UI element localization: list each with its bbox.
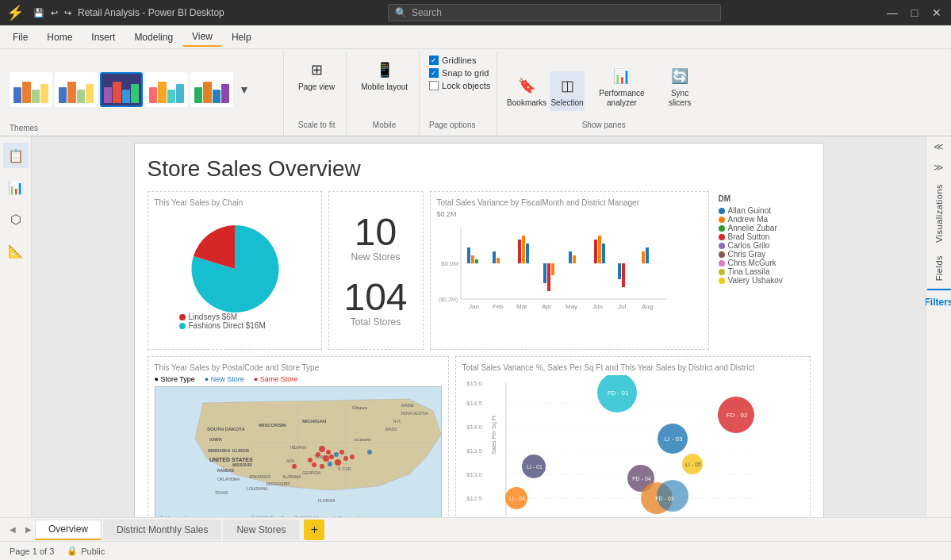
svg-text:Ottawa: Ottawa (352, 405, 368, 410)
theme-tile-1[interactable] (10, 72, 52, 107)
bar-chart-title: Total Sales Variance by FiscalMonth and … (437, 198, 702, 207)
tab-bar: ◀ ▶ Overview District Monthly Sales New … (0, 517, 951, 541)
sync-slicers-button[interactable]: 🔄 Sync slicers (659, 62, 700, 111)
legend-dot (719, 225, 725, 232)
theme-tile-4[interactable] (145, 72, 188, 107)
mobile-layout-button[interactable]: 📱 Mobile layout (356, 56, 412, 95)
map-title: This Year Sales by PostalCode and Store … (155, 363, 442, 372)
close-button[interactable]: ✕ (929, 5, 945, 21)
restore-button[interactable]: □ (907, 5, 922, 21)
quick-access-redo-icon[interactable]: ↪ (64, 8, 71, 18)
tab-add-button[interactable]: + (304, 520, 324, 540)
theme-tile-2[interactable] (55, 72, 98, 107)
pie-legend-dot-fashions (179, 323, 186, 329)
bar-aug-2 (646, 247, 649, 263)
snap-to-grid-label: Snap to grid (442, 68, 489, 78)
legend-item: Andrew Ma (719, 215, 807, 224)
quick-access-save-icon[interactable]: 💾 (33, 8, 44, 18)
page-view-button[interactable]: ⊞ Page view (293, 56, 339, 95)
sidebar-data-icon[interactable]: 📊 (3, 175, 29, 200)
tab-overview[interactable]: Overview (35, 520, 102, 540)
performance-analyzer-button[interactable]: 📊 Performance analyzer (588, 62, 656, 111)
minimize-button[interactable]: — (884, 5, 900, 21)
theme-tile-3[interactable] (100, 72, 143, 107)
bar-jan-3 (475, 259, 478, 263)
svg-point-48 (350, 455, 355, 459)
tab-new-stores[interactable]: New Stores (223, 520, 299, 540)
bar-jul-1 (618, 263, 621, 279)
menu-home[interactable]: Home (37, 29, 82, 46)
svg-text:© Microsoft: © Microsoft (159, 516, 188, 517)
svg-text:NEBRASKA: NEBRASKA (208, 448, 231, 453)
svg-text:INDIANA: INDIANA (290, 445, 307, 450)
svg-text:GEORGIA: GEORGIA (302, 470, 321, 475)
scale-to-fit-group: ⊞ Page view Scale to fit (287, 52, 347, 136)
sidebar-report-icon[interactable]: 📋 (3, 143, 29, 168)
map-container: SOUTH DAKOTA WISCONSIN MICHIGAN IOWA NEB… (155, 386, 442, 517)
sync-slicers-label: Sync slicers (664, 89, 696, 108)
selection-button[interactable]: ◫ Selection (550, 71, 585, 111)
tab-prev-button[interactable]: ◀ (6, 524, 19, 536)
lock-objects-label: Lock objects (442, 81, 490, 90)
svg-text:Jun: Jun (592, 303, 603, 310)
theme-tile-5[interactable] (190, 72, 233, 107)
fields-panel-tab[interactable]: Fields (933, 249, 945, 287)
svg-text:Jul: Jul (618, 303, 626, 310)
mobile-group: 📱 Mobile layout Mobile (350, 52, 420, 136)
right-side-panel: ≪ ≫ Visualizations Fields Filters (926, 136, 951, 517)
svg-point-45 (328, 462, 332, 466)
active-panel-indicator (927, 289, 951, 290)
visualizations-panel-tab[interactable]: Visualizations (933, 178, 945, 249)
bookmarks-icon: 🔖 (516, 75, 538, 97)
filters-panel-toggle[interactable]: Filters (922, 292, 952, 313)
search-bar[interactable]: 🔍 Search (388, 4, 721, 21)
left-sidebar: 📋 📊 ⬡ 📐 (0, 136, 32, 517)
sidebar-dax-icon[interactable]: 📐 (3, 238, 29, 263)
menu-file[interactable]: File (3, 29, 37, 46)
svg-text:© 2022 TomTom, © 2022 Microsof: © 2022 TomTom, © 2022 Microsoft Corporat… (251, 516, 366, 517)
quick-access-undo-icon[interactable]: ↩ (51, 8, 58, 18)
lock-objects-checkbox-box[interactable] (429, 81, 439, 90)
bookmarks-label: Bookmarks (507, 98, 546, 108)
gridlines-checkbox-box[interactable]: ✓ (429, 56, 439, 65)
svg-text:MASS.: MASS. (385, 427, 398, 432)
menu-help[interactable]: Help (222, 29, 261, 46)
menu-insert[interactable]: Insert (82, 29, 125, 46)
svg-text:ALABAMA: ALABAMA (282, 474, 301, 479)
svg-point-36 (326, 450, 331, 455)
svg-text:FD - 03: FD - 03 (655, 496, 673, 501)
svg-point-50 (367, 450, 372, 455)
lock-objects-checkbox[interactable]: Lock objects (429, 81, 490, 90)
right-panel-chevron-right[interactable]: ≫ (930, 157, 947, 178)
svg-text:$13.5: $13.5 (466, 447, 483, 455)
selection-label: Selection (550, 98, 583, 108)
tab-next-button[interactable]: ▶ (22, 524, 35, 536)
map-legend: ● Store Type ● New Store ● Same Store (155, 375, 442, 383)
new-stores-number: 10 (351, 213, 400, 251)
svg-text:TEXAS: TEXAS (215, 490, 228, 495)
right-panel-chevron-left[interactable]: ≪ (930, 136, 947, 157)
status-bar: Page 1 of 3 🔒 Public (0, 541, 951, 560)
menu-modeling[interactable]: Modeling (125, 29, 182, 46)
bookmarks-button[interactable]: 🔖 Bookmarks (507, 71, 546, 111)
stats-panel: 10 New Stores 104 Total Stores (328, 191, 424, 350)
snap-to-grid-checkbox-box[interactable]: ✓ (429, 68, 439, 78)
tab-district-monthly[interactable]: District Monthly Sales (103, 520, 221, 540)
themes-more-button[interactable]: ▼ (236, 80, 253, 99)
mobile-group-label: Mobile (373, 121, 396, 132)
svg-text:MISSISSIPPI: MISSISSIPPI (267, 481, 290, 486)
themes-label: Themes (10, 124, 277, 136)
snap-to-grid-checkbox[interactable]: ✓ Snap to grid (429, 68, 489, 78)
svg-text:LI - 03: LI - 03 (664, 435, 682, 443)
pie-legend-dot-lindseys (179, 314, 186, 320)
gridlines-checkbox[interactable]: ✓ Gridlines (429, 56, 476, 65)
new-stores-label: New Stores (351, 251, 400, 263)
sidebar-model-icon[interactable]: ⬡ (3, 206, 29, 232)
bar-aug-1 (642, 251, 645, 263)
menu-view[interactable]: View (182, 28, 222, 47)
bar-jan-2 (471, 255, 474, 263)
performance-analyzer-icon: 📊 (611, 65, 633, 87)
svg-text:LI - 01: LI - 01 (527, 464, 543, 470)
svg-point-38 (323, 455, 329, 462)
bar-apr-1 (543, 263, 546, 283)
